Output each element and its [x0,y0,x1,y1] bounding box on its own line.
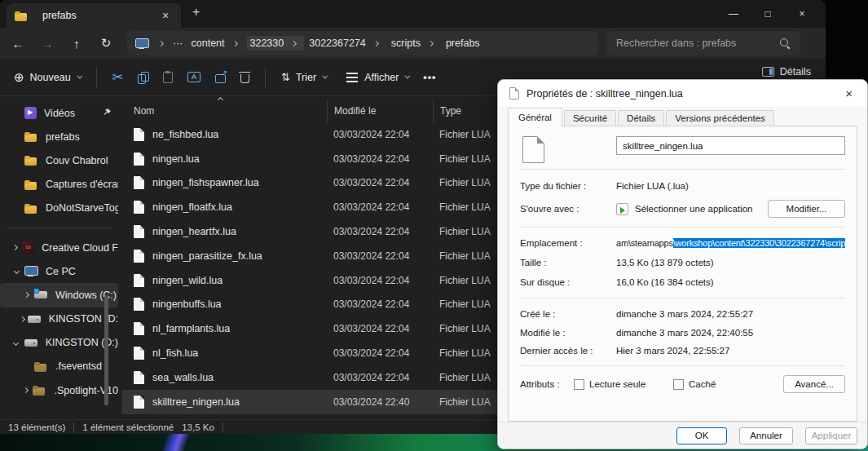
dialog-button-bar: OK Annuler Appliquer [498,422,867,449]
view-button[interactable]: Afficher [338,67,416,88]
new-tab-button[interactable]: + [192,5,200,20]
new-button[interactable]: ⊕ Nouveau [7,66,88,88]
copy-button[interactable] [130,67,156,88]
share-button[interactable] [208,67,233,88]
sidebar-item[interactable]: .Spotlight-V10 [0,378,118,402]
window-controls: — □ × [716,0,819,28]
sidebar-item[interactable]: Captures d'écran [0,173,118,197]
search-icon[interactable] [779,38,791,49]
dialog-close-icon[interactable]: × [842,86,856,100]
dialog-tab[interactable]: Versions précédentes [666,110,774,126]
dialog-tab[interactable]: Détails [618,110,664,126]
separator [520,365,845,366]
breadcrumb-segment[interactable]: content [192,38,225,49]
hidden-checkbox[interactable] [673,379,684,390]
sidebar-item[interactable]: Windows (C:) [0,283,118,307]
more-options-button[interactable]: ••• [416,67,443,88]
this-pc-icon[interactable] [135,38,149,51]
trash-icon [240,74,249,83]
file-name: nl_fish.lua [152,347,198,359]
readonly-checkbox[interactable] [574,379,584,390]
sidebar-scrollbar[interactable] [104,295,108,405]
tab-close-icon[interactable]: × [158,9,173,22]
sidebar-divider [7,228,112,228]
sidebar-item[interactable]: KINGSTON (D:) [0,331,118,355]
breadcrumb-segment[interactable]: prefabs [446,38,480,49]
explorer-tab[interactable]: prefabs × [7,3,181,28]
file-modified-date: 03/03/2024 22:04 [327,153,433,165]
maximize-button[interactable]: □ [751,0,785,28]
sidebar-item[interactable]: Couv Chabrol [0,148,118,172]
advanced-button[interactable]: Avancé... [783,375,845,393]
file-name: ningen_wild.lua [152,275,223,286]
cut-icon: ✂ [112,71,123,84]
sidebar-item[interactable]: DoNotStarveTog [0,197,118,220]
sidebar-item[interactable]: ∞ Creative Cloud F [0,236,118,259]
rename-icon: A [187,72,200,82]
file-type-value: Fichier LUA (.lua) [616,181,689,191]
open-with-value: Sélectionner une application [635,204,753,214]
breadcrumb-segment[interactable]: 322330 [250,38,284,49]
breadcrumb-segment[interactable]: 3022367274 [309,38,366,49]
breadcrumb: prefabs [443,36,483,51]
breadcrumb-segment[interactable]: ··· [173,38,183,49]
file-modified-date: 03/03/2024 22:40 [327,396,433,408]
paste-button[interactable] [156,67,180,88]
plus-circle-icon: ⊕ [14,71,24,83]
forward-button[interactable]: → [33,37,62,51]
folder-icon [24,202,38,214]
column-modified[interactable]: Modifié le [327,99,433,122]
breadcrumb: content [188,36,245,51]
breadcrumb-segment[interactable]: scripts [391,38,421,49]
created-value: dimanche 3 mars 2024, 22:55:27 [616,309,753,319]
sidebar-item[interactable]: KINGSTON (D: [0,307,118,331]
toolbar-divider [96,68,97,87]
close-button[interactable]: × [785,0,819,28]
sidebar-item[interactable]: Ce PC [0,259,118,283]
field-label: Modifié le : [520,328,616,338]
dialog-title-bar: Propriétés de : skilltree_ningen.lua × [498,80,867,107]
details-pane-button[interactable]: Détails [762,66,811,77]
dialog-tab[interactable]: Sécurité [564,110,616,126]
column-name[interactable]: Nom [134,99,327,122]
file-modified-date: 03/03/2024 22:04 [327,347,433,359]
dialog-tab[interactable]: Général [508,108,562,127]
desktop: prefabs × + — □ × ← → ↑ ↻ ··· [0,0,868,451]
change-app-button[interactable]: Modifier... [768,200,845,218]
minimize-button[interactable]: — [716,0,751,28]
details-pane-icon [762,67,774,77]
size-value: 13,5 Ko (13 879 octets) [616,258,714,268]
sidebar-item[interactable]: prefabs [0,125,118,148]
sidebar-item[interactable]: .fseventsd [0,355,118,378]
sidebar-item[interactable]: Vidéos [0,101,118,125]
search-box[interactable]: Rechercher dans : prefabs [606,31,800,55]
apply-button[interactable]: Appliquer [805,427,857,444]
rename-button[interactable]: A [180,67,208,87]
file-icon [134,298,144,311]
file-icon [134,274,144,287]
cut-button[interactable]: ✂ [105,66,130,89]
address-bar[interactable]: ··· content 322330 3022367274 [127,31,598,55]
field-label: Créé le : [520,309,616,319]
ok-button[interactable]: OK [676,427,727,444]
hidden-checkbox-group[interactable]: Caché [673,379,716,390]
sort-button[interactable]: ⇅ Trier [274,67,333,88]
tab-strip: prefabs × + — □ × [0,0,826,28]
ellipsis-icon: ••• [423,72,436,83]
delete-button[interactable] [233,67,257,88]
file-name: ne_fishbed.lua [152,129,218,140]
share-icon [215,74,226,83]
up-button[interactable]: ↑ [62,37,91,51]
cancel-button[interactable]: Annuler [739,427,793,444]
refresh-button[interactable]: ↻ [91,36,121,51]
selection-count: 1 élément sélectionné [82,422,174,432]
back-button[interactable]: ← [3,37,33,51]
chevron-down-icon [323,73,328,79]
file-modified-date: 03/03/2024 22:04 [327,372,433,383]
view-list-icon [346,77,358,78]
chevron-right-icon [428,40,434,46]
readonly-checkbox-group[interactable]: Lecture seule [574,379,645,390]
location-value[interactable]: am\steamapps\workshop\content\322330\302… [616,238,845,248]
chevron-icon [23,387,29,393]
filename-input[interactable] [616,136,845,155]
